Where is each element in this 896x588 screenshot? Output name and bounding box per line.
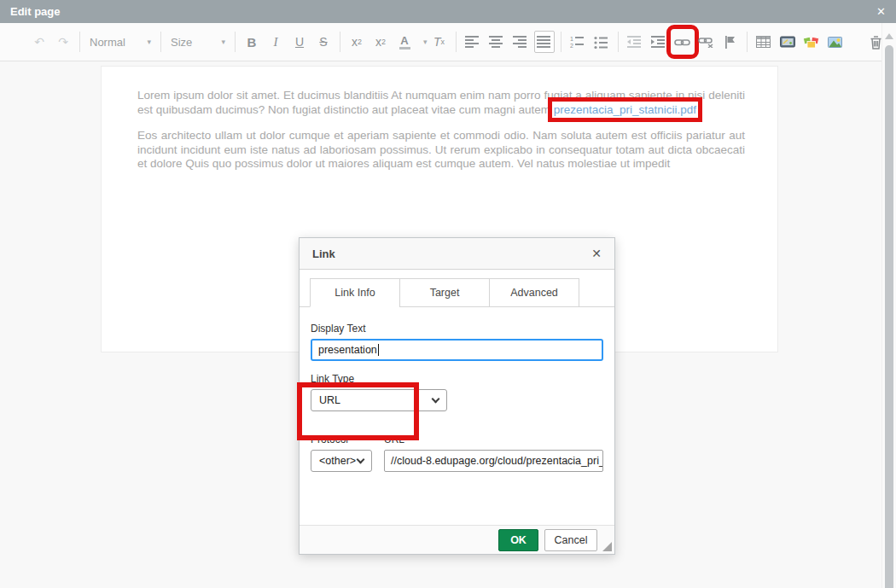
subscript-button[interactable]: x2 xyxy=(346,31,367,53)
link-type-select[interactable]: URL xyxy=(311,389,447,411)
svg-text:1: 1 xyxy=(570,36,573,42)
dialog-body: Display Text presentation Link Type URL … xyxy=(300,307,614,480)
flag-icon xyxy=(724,36,736,49)
scrollbar-thumb[interactable] xyxy=(885,45,893,588)
dialog-footer: OK Cancel xyxy=(300,525,614,554)
dialog-resize-handle[interactable] xyxy=(602,542,612,551)
url-value: //cloud-8.edupage.org/cloud/prezentacia_… xyxy=(391,455,603,467)
align-center-icon xyxy=(489,36,503,48)
redo-icon[interactable]: ↷ xyxy=(53,31,73,53)
tab-advanced[interactable]: Advanced xyxy=(489,278,579,307)
ok-button[interactable]: OK xyxy=(498,529,538,551)
paragraph: Eos architecto ullam ut dolor cumque et … xyxy=(137,129,745,172)
bold-button[interactable]: B xyxy=(241,31,262,53)
font-size-dropdown[interactable]: Size ▾ xyxy=(166,31,230,53)
toolbar-separator xyxy=(561,32,561,52)
embed-media-icon xyxy=(780,36,795,48)
vertical-scrollbar[interactable] xyxy=(881,23,896,588)
protocol-url-row: Protocol <other> URL* //cloud-8.edupage.… xyxy=(311,427,603,472)
paragraph-format-dropdown[interactable]: Normal ▾ xyxy=(84,31,156,53)
undo-icon[interactable]: ↶ xyxy=(29,31,49,53)
outdent-button[interactable] xyxy=(625,31,645,53)
chevron-down-icon xyxy=(432,394,440,403)
url-label: URL* xyxy=(384,434,603,445)
url-input[interactable]: //cloud-8.edupage.org/cloud/prezentacia_… xyxy=(384,450,603,472)
chevron-down-icon: ▾ xyxy=(147,38,151,46)
dialog-close-icon[interactable]: ✕ xyxy=(591,247,602,260)
tab-target[interactable]: Target xyxy=(399,278,490,307)
link-dialog-header[interactable]: Link ✕ xyxy=(300,238,614,270)
link-type-value: URL xyxy=(319,394,340,406)
align-right-icon xyxy=(513,36,527,48)
text-color-button[interactable]: A xyxy=(394,31,415,53)
insert-table-button[interactable] xyxy=(753,31,774,53)
paragraph: Lorem ipsum dolor sit amet. Et ducimus b… xyxy=(137,89,745,117)
display-text-label: Display Text xyxy=(311,323,603,335)
trash-icon xyxy=(870,35,882,49)
text-cursor xyxy=(378,344,379,356)
toolbar-separator xyxy=(340,32,340,52)
italic-button[interactable]: I xyxy=(265,31,286,53)
image-icon xyxy=(828,37,842,48)
toolbar-separator xyxy=(79,32,80,52)
dialog-title: Link xyxy=(312,247,335,260)
align-right-button[interactable] xyxy=(510,31,531,53)
color-swatch-bar xyxy=(399,47,410,49)
numbered-list-icon: 12 xyxy=(570,36,585,49)
indent-icon xyxy=(651,36,666,48)
link-type-label: Link Type xyxy=(311,373,603,385)
close-icon[interactable]: ✕ xyxy=(876,5,886,18)
toolbar-separator xyxy=(160,32,161,52)
strikethrough-button[interactable]: S xyxy=(313,31,334,53)
toolbar-separator xyxy=(456,32,457,52)
remove-format-button[interactable]: Tx xyxy=(429,31,450,53)
cancel-button[interactable]: Cancel xyxy=(544,529,597,551)
display-text-value: presentation xyxy=(318,344,377,356)
protocol-select[interactable]: <other> xyxy=(311,450,372,472)
toolbar-separator xyxy=(235,32,236,52)
chevron-down-icon xyxy=(357,455,365,463)
anchor-button[interactable] xyxy=(720,31,741,53)
outdent-icon xyxy=(627,36,642,48)
chevron-down-icon: ▾ xyxy=(221,38,225,46)
align-center-button[interactable] xyxy=(486,31,507,53)
toolbar-separator xyxy=(618,32,619,52)
photo-album-button[interactable] xyxy=(801,31,822,53)
unlink-icon xyxy=(698,37,714,48)
text-color-chevron-icon[interactable]: ▾ xyxy=(423,38,428,46)
font-size-value: Size xyxy=(171,36,192,49)
justify-icon xyxy=(537,36,551,48)
protocol-value: <other> xyxy=(319,455,356,467)
display-text-input[interactable]: presentation xyxy=(311,339,603,361)
numbered-list-button[interactable]: 12 xyxy=(567,31,588,53)
document-body: Lorem ipsum dolor sit amet. Et ducimus b… xyxy=(102,67,777,172)
indent-button[interactable] xyxy=(649,31,669,53)
align-left-button[interactable] xyxy=(463,31,483,53)
unlink-button[interactable] xyxy=(696,31,717,53)
insert-image-button[interactable] xyxy=(825,31,846,53)
editor-toolbar: ↶ ↷ Normal ▾ Size ▾ B I U S x2 x2 A ▾ Tx… xyxy=(0,23,896,61)
scroll-up-arrow-icon[interactable] xyxy=(885,33,893,39)
toolbar-separator xyxy=(747,32,748,52)
insert-link-button[interactable] xyxy=(672,31,693,53)
bullet-list-icon xyxy=(594,36,608,49)
pdf-link[interactable]: prezentacia_pri_statnicii.pdf xyxy=(554,103,696,116)
link-dialog: Link ✕ Link Info Target Advanced Display… xyxy=(299,237,615,555)
table-icon xyxy=(756,36,771,48)
link-icon xyxy=(674,38,690,47)
protocol-label: Protocol xyxy=(311,434,372,445)
window-titlebar: Edit page ✕ xyxy=(0,0,896,23)
page-title: Edit page xyxy=(10,5,61,18)
align-left-icon xyxy=(465,36,480,48)
paragraph-format-value: Normal xyxy=(90,36,125,49)
tab-link-info[interactable]: Link Info xyxy=(310,278,400,307)
underline-button[interactable]: U xyxy=(289,31,310,53)
svg-text:2: 2 xyxy=(570,43,573,49)
photo-album-icon xyxy=(803,36,819,49)
dialog-tab-bar: Link Info Target Advanced xyxy=(300,270,614,307)
embed-media-button[interactable] xyxy=(777,31,798,53)
justify-button[interactable] xyxy=(534,31,555,53)
bullet-list-button[interactable] xyxy=(591,31,612,53)
superscript-button[interactable]: x2 xyxy=(370,31,391,53)
